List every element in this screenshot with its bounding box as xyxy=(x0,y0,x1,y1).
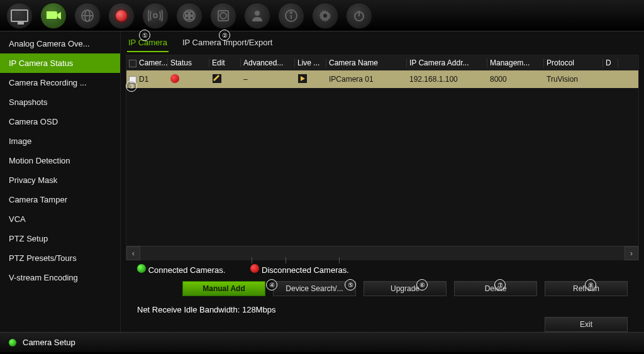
sidebar-item-analog-camera[interactable]: Analog Camera Ove... xyxy=(0,34,120,53)
tab-label: IP Camera xyxy=(128,38,167,47)
delete-button[interactable]: Delete xyxy=(454,281,537,296)
camera-icon[interactable] xyxy=(40,3,67,29)
status-green-icon xyxy=(9,339,16,346)
info-icon[interactable] xyxy=(278,3,304,29)
sidebar-item-privacy-mask[interactable]: Privacy Mask xyxy=(0,170,120,190)
record-icon[interactable] xyxy=(108,3,135,29)
sidebar-item-motion-detection[interactable]: Motion Detection xyxy=(0,151,120,170)
live-play-icon[interactable] xyxy=(297,74,308,84)
legend-disconnected: Disconnected Cameras. xyxy=(250,264,348,275)
th-advanced[interactable]: Advanced... xyxy=(241,58,295,67)
sidebar-item-vstream-encoding[interactable]: V-stream Encoding xyxy=(0,268,120,287)
hdd-icon[interactable] xyxy=(210,3,236,29)
monitor-icon[interactable] xyxy=(6,3,33,29)
svg-rect-5 xyxy=(186,12,189,15)
select-all-checkbox[interactable] xyxy=(129,60,136,67)
th-camera[interactable]: Camer... xyxy=(126,58,168,67)
sidebar-item-label: IP Camera Status xyxy=(9,58,73,68)
svg-point-3 xyxy=(153,14,157,18)
svg-rect-7 xyxy=(186,16,189,19)
exit-button[interactable]: Exit xyxy=(545,317,628,332)
tab-ip-camera[interactable]: IP Camera xyxy=(127,34,169,52)
user-icon[interactable] xyxy=(244,3,270,29)
sidebar-item-ptz-setup[interactable]: PTZ Setup xyxy=(0,229,120,248)
sidebar-item-label: PTZ Setup xyxy=(9,234,48,243)
sidebar-item-label: Motion Detection xyxy=(9,156,70,165)
td-addr: 192.168.1.100 xyxy=(407,75,487,84)
tab-ip-camera-import-export[interactable]: IP Camera Import/Export xyxy=(181,34,274,52)
td-live xyxy=(295,74,326,86)
row-checkbox[interactable] xyxy=(129,76,136,84)
sidebar-item-label: V-stream Encoding xyxy=(9,273,78,282)
td-edit xyxy=(209,74,241,86)
td-advanced: – xyxy=(241,75,295,84)
th-protocol[interactable]: Protocol xyxy=(544,58,603,67)
sidebar-item-camera-osd[interactable]: Camera OSD xyxy=(0,112,120,131)
th-addr[interactable]: IP Camera Addr... xyxy=(407,58,487,67)
sidebar-item-vca[interactable]: VCA xyxy=(0,209,120,229)
bottom-status-bar: Camera Setup xyxy=(0,332,644,352)
sidebar-item-label: Camera OSD xyxy=(9,117,58,126)
status-red-dot-icon xyxy=(170,74,179,83)
content-layout: Analog Camera Ove... IP Camera Status Ca… xyxy=(0,31,644,332)
legend: Connected Cameras. Disconnected Cameras. xyxy=(126,260,639,279)
sidebar-item-ip-camera-status[interactable]: IP Camera Status xyxy=(0,53,120,73)
tab-label: IP Camera Import/Export xyxy=(182,38,273,47)
sidebar-item-ptz-presets[interactable]: PTZ Presets/Tours xyxy=(0,248,120,268)
sidebar-item-image[interactable]: Image xyxy=(0,131,120,151)
svg-point-10 xyxy=(220,13,226,19)
bottom-title: Camera Setup xyxy=(23,338,75,347)
td-protocol: TruVision xyxy=(544,75,603,84)
th-live[interactable]: Live ... xyxy=(295,58,326,67)
td-camera: D1 xyxy=(126,75,168,84)
sidebar-item-label: Image xyxy=(9,136,31,146)
th-name[interactable]: Camera Name xyxy=(326,58,407,67)
td-name: IPCamera 01 xyxy=(326,75,407,84)
bandwidth-status: Net Receive Idle Bandwidth: 128Mbps xyxy=(126,299,639,317)
edit-icon[interactable] xyxy=(212,74,222,84)
svg-rect-8 xyxy=(190,16,193,19)
red-dot-icon xyxy=(250,264,259,273)
scroll-left-button[interactable]: ‹ xyxy=(126,246,140,260)
legend-connected: Connected Cameras. xyxy=(137,264,225,275)
camera-table: Camer... Status Edit Advanced... Live ..… xyxy=(126,55,639,260)
action-buttons: Manual Add Device Search/... Upgrade Del… xyxy=(126,279,639,299)
sidebar: Analog Camera Ove... IP Camera Status Ca… xyxy=(0,31,121,332)
sidebar-item-label: PTZ Presets/Tours xyxy=(9,253,77,263)
sidebar-item-camera-recording[interactable]: Camera Recording ... xyxy=(0,73,120,92)
sidebar-item-label: VCA xyxy=(9,214,26,224)
td-management: 8000 xyxy=(487,75,544,84)
sidebar-item-camera-tamper[interactable]: Camera Tamper xyxy=(0,190,120,209)
manual-add-button[interactable]: Manual Add xyxy=(182,281,265,296)
device-search-button[interactable]: Device Search/... xyxy=(273,281,356,296)
green-dot-icon xyxy=(137,264,146,273)
th-edit[interactable]: Edit xyxy=(209,58,241,67)
main-panel: IP Camera IP Camera Import/Export Camer.… xyxy=(121,31,644,332)
upgrade-button[interactable]: Upgrade xyxy=(364,281,447,296)
sidebar-item-snapshots[interactable]: Snapshots xyxy=(0,92,120,112)
alarm-icon[interactable] xyxy=(142,3,169,29)
tabs: IP Camera IP Camera Import/Export xyxy=(126,31,639,52)
sidebar-item-label: Camera Tamper xyxy=(9,195,67,204)
multiview-icon[interactable] xyxy=(176,3,203,29)
th-management[interactable]: Managem... xyxy=(487,58,544,67)
scroll-right-button[interactable]: › xyxy=(625,246,638,260)
sidebar-item-label: Analog Camera Ove... xyxy=(9,39,90,48)
svg-point-11 xyxy=(255,11,260,16)
network-icon[interactable] xyxy=(74,3,101,29)
power-icon[interactable] xyxy=(346,3,372,29)
svg-point-15 xyxy=(323,14,327,18)
svg-point-14 xyxy=(291,12,292,13)
refresh-button[interactable]: Refresh xyxy=(545,281,628,296)
td-status xyxy=(168,74,209,85)
table-row[interactable]: D1 – IPCamera 01 192.168.1.100 8000 TruV… xyxy=(126,70,638,88)
svg-rect-6 xyxy=(190,12,193,15)
sidebar-item-label: Snapshots xyxy=(9,97,47,107)
sidebar-item-label: Privacy Mask xyxy=(9,175,57,185)
sidebar-item-label: Camera Recording ... xyxy=(9,78,87,87)
th-extra[interactable]: D xyxy=(603,58,618,67)
horizontal-scrollbar[interactable]: ‹ › xyxy=(126,246,638,260)
table-header: Camer... Status Edit Advanced... Live ..… xyxy=(126,55,638,70)
gear-icon[interactable] xyxy=(312,3,338,29)
th-status[interactable]: Status xyxy=(168,58,209,67)
